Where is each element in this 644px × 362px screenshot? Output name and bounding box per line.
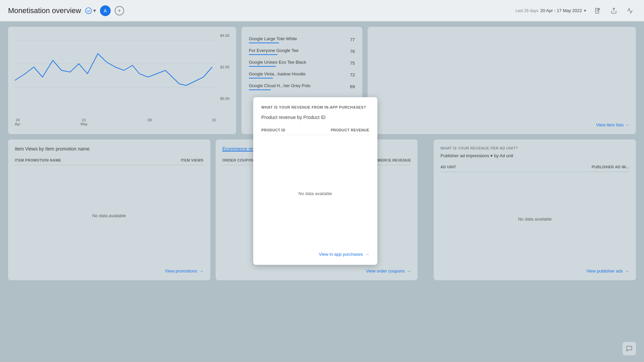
item-value-1: 77: [347, 34, 355, 45]
svg-rect-1: [595, 8, 599, 13]
item-lists-card: View item lists →: [368, 27, 636, 134]
order-coupons-card: Ecommerce revenue by Order coupon ORDER …: [216, 139, 418, 280]
promotions-table-header: ITEM PROMOTION NAME ITEM VIEWS: [15, 156, 204, 165]
date-dropdown-icon: ▾: [584, 8, 586, 13]
top-bar-left: Monetisation overview ▾ A +: [8, 5, 124, 16]
top-cards-row: $4.00 $2.00 $0.00 24 Apr 01 May 08: [8, 27, 636, 134]
view-promotions-link[interactable]: View promotions →: [15, 263, 204, 274]
item-bar-5: [249, 89, 271, 90]
promotions-col2-header: ITEM VIEWS: [181, 158, 204, 162]
publisher-ads-card: WHAT IS YOUR REVENUE PER AD UNIT? Publis…: [434, 139, 636, 280]
item-row-5: Google Cloud H...her Grey Polo 69: [249, 81, 355, 92]
svg-point-0: [86, 8, 92, 14]
date-value: 20 Apr - 17 May 2022: [540, 8, 582, 13]
title-check-icon: ▾: [85, 7, 96, 14]
date-range[interactable]: Last 28 days 20 Apr - 17 May 2022 ▾: [516, 8, 586, 13]
top-items-card: Google Large Tote White 77 For Everyone …: [241, 27, 362, 134]
avatar: A: [100, 5, 111, 16]
item-name-1: Google Large Tote White: [249, 36, 346, 41]
items-table: Google Large Tote White 77 For Everyone …: [248, 34, 356, 93]
x-axis-labels: 24 Apr 01 May 08 15: [15, 117, 229, 127]
feedback-button[interactable]: [623, 342, 636, 355]
item-name-4: Google Vinta...hadow Hoodie: [249, 71, 346, 76]
item-name-5: Google Cloud H...her Grey Polo: [249, 83, 346, 88]
top-icons: [592, 5, 636, 17]
publisher-ads-subtitle: Publisher ad impressions ▾ by Ad unit: [440, 153, 629, 158]
item-bar-4: [249, 78, 273, 78]
ecommerce-revenue-link[interactable]: Ecommerce revenue: [222, 146, 266, 152]
item-row-3: Google Unisex Eco Tee Black 75: [249, 58, 355, 69]
x-label-08: 08: [148, 118, 152, 126]
order-coupons-subtitle: Ecommerce revenue by Order coupon: [222, 146, 411, 152]
promotions-col1-header: ITEM PROMOTION NAME: [15, 158, 61, 162]
item-row-1: Google Large Tote White 77: [249, 34, 355, 45]
view-publisher-ads-link[interactable]: View publisher ads →: [440, 263, 629, 274]
promotions-no-data: No data available: [15, 168, 204, 263]
item-value-4: 72: [347, 69, 355, 80]
publisher-ads-no-data: No data available: [440, 175, 629, 263]
order-coupon-col1-header: ORDER COUPON: [222, 158, 254, 162]
publisher-ads-section-label: WHAT IS YOUR REVENUE PER AD UNIT?: [440, 146, 629, 150]
view-items-link[interactable]: View items →: [248, 117, 356, 127]
publisher-ads-col2-header: PUBLISHER AD IM...: [592, 165, 629, 169]
date-label: Last 28 days: [516, 8, 538, 13]
view-order-coupons-link[interactable]: View order coupons →: [222, 263, 411, 274]
x-label-15: 15: [212, 118, 216, 126]
item-row-4: Google Vinta...hadow Hoodie 72: [249, 69, 355, 80]
main-content: $4.00 $2.00 $0.00 24 Apr 01 May 08: [0, 21, 644, 362]
order-coupons-no-data: No data available: [222, 168, 411, 263]
x-label-24-apr: 24 Apr: [15, 118, 20, 126]
x-label-01-may: 01 May: [80, 118, 88, 126]
item-row-2: For Everyone Google Tee 76: [249, 46, 355, 57]
promotions-subtitle: Item Views by Item promotion name: [15, 146, 204, 152]
bottom-cards-row: Item Views by Item promotion name ITEM P…: [8, 139, 636, 280]
insights-icon-button[interactable]: [624, 5, 636, 17]
report-icon-button[interactable]: [592, 5, 604, 17]
view-item-lists-link[interactable]: View item lists →: [374, 117, 629, 127]
promotions-card: Item Views by Item promotion name ITEM P…: [8, 139, 210, 280]
page-title: Monetisation overview: [8, 6, 81, 15]
chart-card: $4.00 $2.00 $0.00 24 Apr 01 May 08: [8, 27, 236, 134]
top-bar-right: Last 28 days 20 Apr - 17 May 2022 ▾: [516, 5, 636, 17]
dropdown-icon[interactable]: ▾: [93, 7, 96, 14]
share-icon-button[interactable]: [608, 5, 620, 17]
publisher-ads-table-header: AD UNIT PUBLISHER AD IM...: [440, 162, 629, 172]
item-bar-3: [249, 66, 276, 67]
order-coupons-table-header: ORDER COUPON ECOMMERCE REVENUE: [222, 156, 411, 165]
item-bar-1: [249, 43, 279, 43]
top-bar: Monetisation overview ▾ A + Last 28 days…: [0, 0, 644, 21]
revenue-chart: [15, 34, 229, 101]
item-name-2: For Everyone Google Tee: [249, 48, 346, 53]
item-value-5: 69: [347, 81, 355, 92]
item-name-3: Google Unisex Eco Tee Black: [249, 60, 346, 65]
spacer: [423, 139, 428, 280]
publisher-ads-col1-header: AD UNIT: [440, 165, 456, 169]
item-bar-2: [249, 54, 277, 55]
item-value-3: 75: [347, 58, 355, 69]
order-coupon-col2-header: ECOMMERCE REVENUE: [366, 158, 411, 162]
item-value-2: 76: [347, 46, 355, 57]
add-button[interactable]: +: [115, 6, 124, 15]
